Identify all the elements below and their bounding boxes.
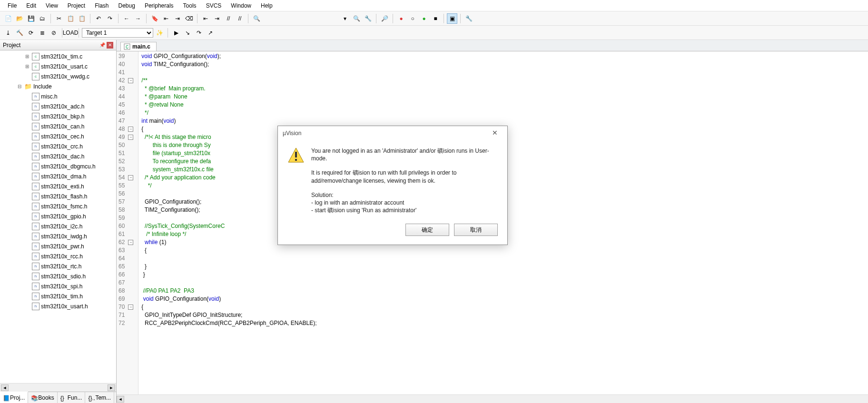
tree-item[interactable]: hstm32f10x_bkp.h [1, 111, 116, 121]
scroll-left-icon[interactable]: ◄ [117, 396, 124, 403]
fold-minus-icon[interactable]: − [128, 175, 133, 180]
batch-button[interactable]: ≣ [37, 28, 48, 38]
source-line[interactable]: void GPIO_Configuration(void); [141, 52, 316, 60]
find-config-button[interactable]: 🔧 [363, 13, 373, 24]
undo-button[interactable]: ↶ [93, 13, 104, 24]
source-line[interactable] [141, 69, 316, 77]
build-button[interactable]: 🔨 [14, 28, 25, 38]
bm-prev-button[interactable]: ⇤ [161, 13, 171, 24]
source-line[interactable]: void GPIO_Configuration(void) [141, 295, 316, 303]
rec-stop-button[interactable]: ■ [430, 13, 441, 24]
bm-next-button[interactable]: ⇥ [172, 13, 183, 24]
source-line[interactable]: } [141, 271, 316, 279]
debug-step-button[interactable]: ↘ [182, 28, 193, 38]
project-tab-fun[interactable]: {}Fun... [58, 392, 86, 403]
source-line[interactable]: GPIO_InitTypeDef GPIO_InitStructure; [141, 311, 316, 319]
source-line[interactable]: */ [141, 109, 316, 117]
project-tree[interactable]: ⊞cstm32f10x_tim.c⊞cstm32f10x_usart.ccstm… [0, 50, 116, 383]
tree-item[interactable]: hstm32f10x_sdio.h [1, 271, 116, 281]
dropdown-field-button[interactable]: ▾ [340, 13, 350, 24]
paste-button[interactable]: 📋 [77, 13, 87, 24]
outdent-button[interactable]: ⇤ [200, 13, 211, 24]
tree-item[interactable]: ⊟📁Include [1, 81, 116, 91]
source-line[interactable]: RCC_APB2PeriphClockCmd(RCC_APB2Periph_GP… [141, 319, 316, 327]
save-all-button[interactable]: 🗂 [37, 13, 48, 24]
menu-window[interactable]: Window [226, 1, 256, 10]
tree-item[interactable]: hstm32f10x_flash.h [1, 191, 116, 201]
pin-icon[interactable]: 📌 [99, 42, 106, 49]
dialog-close-button[interactable]: ✕ [487, 128, 503, 139]
tree-item[interactable]: hstm32f10x_adc.h [1, 101, 116, 111]
tree-twisty-icon[interactable]: ⊞ [24, 64, 30, 69]
zoom-button[interactable]: 🔎 [379, 13, 390, 24]
project-tab-books[interactable]: 📚Books [28, 392, 57, 403]
menu-view[interactable]: View [41, 1, 63, 10]
new-button[interactable]: 📄 [3, 13, 13, 24]
debug-out-button[interactable]: ↗ [205, 28, 216, 38]
tree-item[interactable]: cstm32f10x_wwdg.c [1, 71, 116, 81]
rec-clear-button[interactable]: ○ [407, 13, 418, 24]
scroll-left-icon[interactable]: ◄ [1, 384, 9, 391]
menu-tools[interactable]: Tools [178, 1, 201, 10]
bm-clear-button[interactable]: ⌫ [184, 13, 194, 24]
tree-item[interactable]: hstm32f10x_gpio.h [1, 211, 116, 221]
tree-item[interactable]: hstm32f10x_iwdg.h [1, 231, 116, 241]
source-line[interactable]: { [141, 246, 316, 255]
tree-item[interactable]: hstm32f10x_usart.h [1, 301, 116, 311]
editor-hscroll[interactable]: ◄ [117, 394, 868, 403]
redo-button[interactable]: ↷ [105, 13, 115, 24]
dialog-cancel-button[interactable]: 取消 [454, 224, 498, 236]
source-line[interactable] [141, 255, 316, 263]
menu-project[interactable]: Project [63, 1, 90, 10]
bookmark-button[interactable]: 🔖 [149, 13, 160, 24]
comment-button[interactable]: // [223, 13, 234, 24]
source-line[interactable]: void TIM2_Configuration(); [141, 60, 316, 69]
tree-item[interactable]: hstm32f10x_dac.h [1, 151, 116, 161]
open-button[interactable]: 📂 [14, 13, 25, 24]
find-button[interactable]: 🔍 [351, 13, 362, 24]
tree-item[interactable]: hstm32f10x_pwr.h [1, 241, 116, 251]
menu-flash[interactable]: Flash [90, 1, 113, 10]
project-tab-tem[interactable]: {}..Tem... [85, 392, 114, 403]
rec-red-button[interactable]: ● [396, 13, 406, 24]
menu-edit[interactable]: Edit [21, 1, 41, 10]
source-line[interactable]: //PA0 PA1 PA2 PA3 [141, 287, 316, 295]
menu-help[interactable]: Help [256, 1, 277, 10]
fold-minus-icon[interactable]: − [128, 78, 133, 83]
tree-item[interactable]: hstm32f10x_tim.h [1, 291, 116, 301]
menu-peripherals[interactable]: Peripherals [140, 1, 178, 10]
tree-item[interactable]: hstm32f10x_can.h [1, 121, 116, 131]
options-button[interactable]: ✨ [154, 28, 165, 38]
source-line[interactable]: } [141, 263, 316, 271]
tree-item[interactable]: hmisc.h [1, 91, 116, 101]
fold-minus-icon[interactable]: − [128, 135, 133, 140]
uncomment-button[interactable]: // [235, 13, 245, 24]
tree-twisty-icon[interactable]: ⊟ [16, 84, 23, 89]
source-line[interactable] [141, 279, 316, 287]
tree-item[interactable]: hstm32f10x_cec.h [1, 131, 116, 141]
scroll-right-icon[interactable]: ► [108, 384, 115, 391]
fold-minus-icon[interactable]: − [128, 240, 133, 245]
source-line[interactable]: * @param None [141, 93, 316, 101]
translate-button[interactable]: ⤓ [3, 28, 13, 38]
debug-start-button[interactable]: ▶ [171, 28, 181, 38]
cut-button[interactable]: ✂ [54, 13, 64, 24]
tree-item[interactable]: hstm32f10x_spi.h [1, 281, 116, 291]
source-line[interactable]: { [141, 303, 316, 311]
project-hscroll[interactable]: ◄ ► [0, 383, 116, 392]
rec-green-button[interactable]: ● [419, 13, 429, 24]
find-in-files-button[interactable]: 🔍 [251, 13, 262, 24]
source-line[interactable]: /** [141, 77, 316, 85]
tree-item[interactable]: hstm32f10x_i2c.h [1, 221, 116, 231]
stop-button[interactable]: ⊘ [49, 28, 59, 38]
rebuild-button[interactable]: ⟳ [26, 28, 36, 38]
tree-item[interactable]: hstm32f10x_dma.h [1, 171, 116, 181]
tree-item[interactable]: hstm32f10x_rtc.h [1, 261, 116, 271]
tree-item[interactable]: hstm32f10x_dbgmcu.h [1, 161, 116, 171]
dialog-ok-button[interactable]: 确定 [405, 224, 449, 236]
fold-minus-icon[interactable]: − [128, 305, 133, 310]
load-button[interactable]: LOAD [65, 28, 76, 38]
tree-item[interactable]: hstm32f10x_rcc.h [1, 251, 116, 261]
nav-fwd-button[interactable]: → [133, 13, 143, 24]
menu-file[interactable]: File [3, 1, 21, 10]
